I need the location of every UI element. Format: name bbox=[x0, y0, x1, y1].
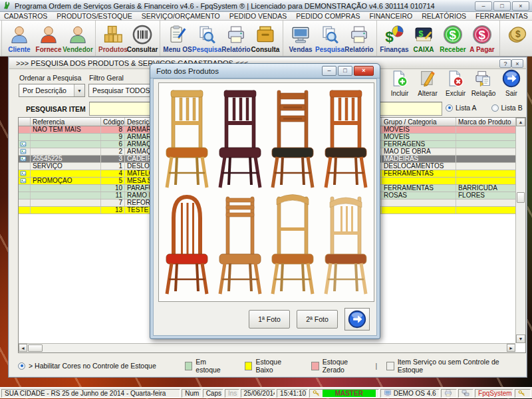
scroll-up-icon[interactable]: ▲ bbox=[516, 118, 525, 126]
table-cell: 25545225 bbox=[31, 156, 101, 162]
dialog-maximize-button[interactable]: □ bbox=[338, 66, 352, 76]
excluir-button[interactable]: Excluir bbox=[442, 69, 469, 104]
menu-item-produtos-estoque[interactable]: PRODUTOS/ESTOQUE bbox=[57, 12, 132, 20]
list-radios: Lista ALista B bbox=[446, 104, 523, 112]
menu-item-ferramentas[interactable]: FERRAMENTAS bbox=[475, 12, 528, 20]
scroll-right-icon[interactable]: ► bbox=[507, 344, 515, 352]
menu-item-pedido-vendas[interactable]: PEDIDO VENDAS bbox=[229, 12, 287, 20]
toolbar-button-relat-rio[interactable]: Relatório bbox=[221, 22, 251, 53]
svg-text:$: $ bbox=[449, 28, 456, 42]
window-close-button[interactable]: × bbox=[511, 59, 523, 68]
status-text: FpqSystem bbox=[478, 390, 512, 397]
radio-lista-b[interactable]: Lista B bbox=[491, 104, 523, 112]
dialog-minimize-button[interactable]: – bbox=[322, 66, 336, 76]
table-cell: 10 bbox=[101, 185, 125, 192]
legend-swatch bbox=[311, 362, 319, 370]
table-cell bbox=[382, 200, 456, 206]
scroll-left-icon[interactable]: ◄ bbox=[19, 344, 27, 352]
toolbar-button-caixa[interactable]: $CAIXA bbox=[409, 22, 438, 53]
column-header[interactable]: Marca do Produto bbox=[456, 118, 516, 126]
radio-icon bbox=[446, 104, 453, 112]
toolbar-button-coin[interactable]: $ bbox=[503, 22, 532, 46]
incluir-button[interactable]: Incluir bbox=[386, 69, 414, 104]
help-button[interactable]: ? bbox=[499, 59, 511, 68]
toolbar-group: VendasPesquisaRelatório bbox=[283, 21, 376, 56]
toolbar-button-produtos[interactable]: Produtos bbox=[98, 22, 128, 53]
app-title: Programa Ordem de Serviços Gerais & Fina… bbox=[12, 2, 475, 10]
hscroll-thumb[interactable] bbox=[28, 344, 43, 352]
photo-icon bbox=[19, 148, 31, 155]
toolbar-button-cliente[interactable]: Cliente bbox=[5, 22, 34, 53]
toolbar-button-menu-os[interactable]: Menu OS bbox=[163, 22, 192, 53]
sair-button[interactable]: Sair bbox=[497, 69, 525, 104]
menu-item-cadastros[interactable]: CADASTROS bbox=[4, 12, 47, 20]
next-photo-button[interactable] bbox=[344, 308, 370, 331]
menu-bar: CADASTROSPRODUTOS/ESTOQUESERVIÇO/ORÇAMEN… bbox=[0, 12, 532, 21]
vertical-scrollbar[interactable]: ▲ ▼ bbox=[515, 118, 525, 343]
filter-label: Filtro Geral bbox=[89, 74, 124, 82]
toolbar-button-label: Vendas bbox=[289, 46, 312, 53]
svg-text:$: $ bbox=[385, 29, 394, 45]
menu-item-financeiro[interactable]: FINANCEIRO bbox=[369, 12, 412, 20]
horizontal-scrollbar[interactable]: ◄ ► bbox=[19, 343, 515, 352]
table-cell bbox=[31, 207, 101, 213]
svg-text:$: $ bbox=[419, 29, 424, 39]
close-button[interactable]: × bbox=[512, 1, 529, 11]
app-titlebar: Programa Ordem de Serviços Gerais & Fina… bbox=[0, 0, 532, 12]
radio-label: Lista B bbox=[501, 104, 523, 112]
alterar-button[interactable]: Alterar bbox=[414, 69, 442, 104]
person-icon bbox=[68, 23, 88, 46]
table-cell bbox=[31, 192, 101, 199]
toolbar-button-label: Relatório bbox=[344, 46, 373, 53]
toolbar-button-consultar[interactable]: Consultar bbox=[128, 22, 157, 53]
radio-icon bbox=[491, 104, 499, 112]
table-cell: MÃO DE OBRA bbox=[382, 148, 456, 155]
toolbar-button-relat-rio[interactable]: Relatório bbox=[344, 22, 374, 53]
toolbar-button-fornece[interactable]: Fornece bbox=[34, 22, 63, 53]
toolbar-button-finan-as[interactable]: $Finanças bbox=[380, 22, 409, 53]
status-panel-fpqsystem: FpqSystem bbox=[475, 389, 513, 398]
printer-icon bbox=[444, 389, 452, 398]
toolbar-button-receber[interactable]: $Receber bbox=[438, 22, 467, 53]
table-cell bbox=[456, 178, 516, 184]
column-header[interactable]: Grupo / Categoria bbox=[382, 118, 456, 126]
toolbar-button-vendas[interactable]: Vendas bbox=[286, 22, 315, 53]
toolbar-button-vendedor[interactable]: Vendedor bbox=[63, 22, 92, 53]
menu-item-pedido-compras[interactable]: PEDIDO COMPRAS bbox=[296, 12, 360, 20]
column-header[interactable]: Código bbox=[101, 118, 125, 126]
order-select[interactable]: Por Descrição ▼ bbox=[19, 84, 85, 97]
toolbar-button-label: A Pagar bbox=[469, 46, 494, 53]
foto-button-1[interactable]: 1ª Foto bbox=[249, 310, 290, 329]
person-icon bbox=[39, 23, 59, 46]
table-cell bbox=[456, 200, 516, 206]
toolbar-button-a-pagar[interactable]: $A Pagar bbox=[467, 22, 497, 53]
toolbar-button-pesquisa[interactable]: Pesquisa bbox=[192, 22, 221, 53]
toolbar-button-consulta[interactable]: Consulta bbox=[251, 22, 280, 53]
legend-label: Em estoque bbox=[196, 358, 227, 374]
stock-colors-toggle[interactable]: > Habilitar Cores no Controle de Estoque bbox=[18, 362, 185, 370]
radio-lista-a[interactable]: Lista A bbox=[446, 104, 477, 112]
table-cell bbox=[31, 148, 101, 155]
menu-item-relat-rios[interactable]: RELATÓRIOS bbox=[422, 12, 466, 20]
menu-item-servi-o-or-amento[interactable]: SERVIÇO/ORÇAMENTO bbox=[142, 12, 220, 20]
table-cell bbox=[31, 170, 101, 177]
table-cell bbox=[31, 185, 101, 192]
foto-button-2[interactable]: 2ª Foto bbox=[297, 310, 338, 329]
vscroll-thumb[interactable] bbox=[517, 192, 525, 203]
photo-icon bbox=[19, 178, 31, 184]
chair-photo bbox=[267, 192, 320, 299]
toolbar-button-pesquisa[interactable]: Pesquisa bbox=[315, 22, 344, 53]
app-window: Programa Ordem de Serviços Gerais & Fina… bbox=[0, 0, 532, 399]
scroll-down-icon[interactable]: ▼ bbox=[516, 334, 525, 343]
column-header[interactable]: Referencia bbox=[31, 118, 101, 126]
table-cell: DESLOCAMENTOS bbox=[382, 163, 456, 170]
toolbar-button-label: Pesquisa bbox=[315, 46, 344, 53]
dialog-close-button[interactable]: × bbox=[354, 66, 374, 76]
minimize-button[interactable]: – bbox=[475, 1, 492, 11]
column-header[interactable] bbox=[19, 118, 31, 126]
relação-button[interactable]: Relação bbox=[469, 69, 497, 104]
toolbar-button-label: Produtos bbox=[98, 46, 128, 53]
product-photo bbox=[158, 82, 374, 302]
toolbar-button-label: Receber bbox=[440, 46, 466, 53]
restore-button[interactable]: □ bbox=[493, 1, 511, 11]
